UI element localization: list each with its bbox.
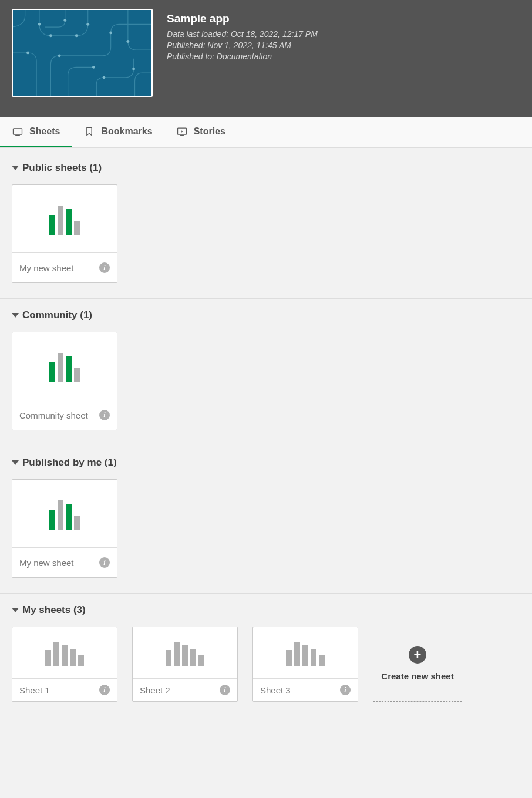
tab-stories-label: Stories	[194, 126, 225, 137]
stories-icon	[176, 126, 188, 137]
app-data-loaded: Data last loaded: Oct 18, 2022, 12:17 PM	[167, 29, 318, 40]
app-title: Sample app	[167, 12, 318, 25]
tab-bookmarks[interactable]: Bookmarks	[72, 117, 164, 147]
sheet-preview	[12, 185, 117, 253]
sheet-preview	[12, 627, 117, 679]
svg-point-3	[86, 23, 89, 26]
section-label: Community (1)	[22, 309, 92, 321]
sheet-card[interactable]: My new sheet i	[12, 184, 117, 283]
sheet-card[interactable]: My new sheet i	[12, 479, 117, 578]
sheet-title: Sheet 1	[19, 685, 50, 695]
svg-point-4	[26, 52, 29, 55]
sheet-card[interactable]: Sheet 2 i	[132, 627, 238, 702]
svg-point-11	[132, 68, 135, 70]
sheet-title: Sheet 2	[140, 685, 170, 695]
app-info: Sample app Data last loaded: Oct 18, 202…	[167, 9, 318, 97]
svg-point-9	[92, 66, 95, 69]
tab-stories[interactable]: Stories	[164, 117, 237, 147]
sheet-card[interactable]: Community sheet i	[12, 332, 117, 430]
collapse-icon	[12, 460, 19, 465]
info-icon[interactable]: i	[99, 262, 110, 273]
sheet-title: Community sheet	[19, 410, 88, 420]
info-icon[interactable]: i	[99, 410, 110, 420]
collapse-icon	[12, 608, 19, 612]
info-icon[interactable]: i	[99, 685, 110, 695]
svg-point-6	[109, 32, 112, 35]
plus-icon: +	[409, 646, 426, 664]
sheet-preview	[12, 332, 117, 400]
section-header-community[interactable]: Community (1)	[12, 309, 520, 321]
app-published-to: Published to: Documentation	[167, 51, 318, 62]
svg-point-12	[49, 34, 52, 37]
section-public-sheets: Public sheets (1) My new sheet i	[0, 148, 532, 298]
svg-point-8	[58, 54, 61, 57]
app-published: Published: Nov 1, 2022, 11:45 AM	[167, 40, 318, 51]
section-label: Public sheets (1)	[22, 162, 102, 174]
svg-point-2	[63, 19, 66, 22]
tabs-bar: Sheets Bookmarks Stories	[0, 117, 532, 148]
collapse-icon	[12, 166, 19, 170]
info-icon[interactable]: i	[99, 557, 110, 568]
sheet-preview	[253, 627, 358, 679]
app-thumbnail[interactable]	[12, 9, 153, 97]
section-header-published-by-me[interactable]: Published by me (1)	[12, 457, 520, 469]
collapse-icon	[12, 313, 19, 318]
svg-point-7	[126, 40, 129, 43]
sheet-card[interactable]: Sheet 1 i	[12, 627, 117, 702]
tab-sheets[interactable]: Sheets	[0, 117, 72, 147]
sheet-title: My new sheet	[19, 263, 74, 273]
sheet-card[interactable]: Sheet 3 i	[252, 627, 358, 702]
svg-point-1	[38, 23, 41, 26]
svg-point-10	[103, 76, 106, 79]
sheet-preview	[133, 627, 237, 679]
sheet-title: My new sheet	[19, 558, 74, 568]
info-icon[interactable]: i	[340, 685, 351, 695]
tab-sheets-label: Sheets	[29, 126, 60, 137]
section-my-sheets: My sheets (3) Sheet 1 i	[0, 593, 532, 717]
app-header: Sample app Data last loaded: Oct 18, 202…	[0, 0, 532, 117]
svg-rect-13	[14, 129, 22, 134]
section-header-my-sheets[interactable]: My sheets (3)	[12, 604, 520, 616]
svg-rect-0	[14, 10, 151, 96]
section-published-by-me: Published by me (1) My new sheet i	[0, 446, 532, 593]
section-header-public[interactable]: Public sheets (1)	[12, 162, 520, 174]
create-new-sheet[interactable]: + Create new sheet	[373, 627, 462, 702]
sheet-title: Sheet 3	[260, 685, 291, 695]
section-label: Published by me (1)	[22, 457, 117, 469]
svg-point-5	[75, 34, 78, 37]
svg-marker-15	[181, 130, 183, 132]
sheet-preview	[12, 480, 117, 548]
bookmark-icon	[83, 126, 95, 137]
section-label: My sheets (3)	[22, 604, 86, 616]
tab-bookmarks-label: Bookmarks	[101, 126, 152, 137]
create-label: Create new sheet	[381, 671, 453, 682]
section-community: Community (1) Community sheet i	[0, 298, 532, 446]
sheets-icon	[12, 126, 23, 137]
info-icon[interactable]: i	[220, 685, 230, 695]
